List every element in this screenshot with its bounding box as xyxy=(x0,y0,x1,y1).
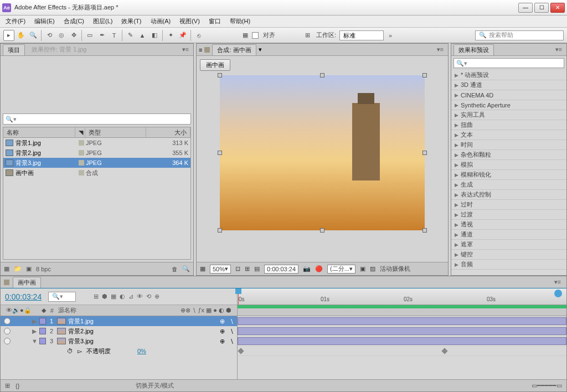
graph-editor-icon[interactable]: ⊿ xyxy=(128,293,133,300)
safe-zones-icon[interactable]: ⊞ xyxy=(245,265,250,272)
hand-tool-icon[interactable]: ✋ xyxy=(16,30,27,41)
resolution-select[interactable]: (二分...▾ xyxy=(327,265,355,274)
anchor-tool-icon[interactable]: ✥ xyxy=(68,30,79,41)
menu-view[interactable]: 视图(V) xyxy=(176,16,203,27)
zoom-select[interactable]: 50% ▾ xyxy=(210,265,231,274)
resolution-icon[interactable]: ⊡ xyxy=(235,265,240,272)
timeline-search-input[interactable]: 🔍▾ xyxy=(48,292,76,302)
effect-category[interactable]: ▶* 动画预设 xyxy=(451,70,566,80)
effect-category[interactable]: ▶遮罩 xyxy=(451,240,566,250)
toggle-switches-icon[interactable]: ⊞ xyxy=(5,382,10,389)
zoom-slider[interactable]: ▭━━━━━▭ xyxy=(532,382,562,389)
effect-category[interactable]: ▶过渡 xyxy=(451,210,566,220)
stopwatch-icon[interactable]: ⏱ xyxy=(67,348,73,354)
pen-tool-icon[interactable]: ✒ xyxy=(96,30,107,41)
opacity-property[interactable]: ⏱ ▻ 不透明度 0% xyxy=(1,346,237,356)
keyframe-icon[interactable] xyxy=(441,348,447,354)
effect-category[interactable]: ▶模拟 xyxy=(451,160,566,170)
maximize-button[interactable]: ☐ xyxy=(534,3,549,13)
bpc-toggle[interactable]: 8 bpc xyxy=(36,266,51,272)
transform-handle[interactable] xyxy=(320,228,324,233)
active-camera-select[interactable]: 活动摄像机 xyxy=(380,265,410,273)
frame-blend-icon[interactable]: ▦ xyxy=(111,293,116,300)
snapshot-icon[interactable]: 📷 xyxy=(303,265,311,272)
menu-effect[interactable]: 效果(T) xyxy=(118,16,145,27)
minimize-button[interactable]: — xyxy=(518,3,533,13)
project-search-input[interactable]: 🔍▾ xyxy=(3,114,191,125)
brainstorm-icon[interactable]: ⟲ xyxy=(146,293,151,300)
project-item[interactable]: 画中画 合成 xyxy=(3,168,190,178)
transform-handle[interactable] xyxy=(218,228,222,233)
shy-icon[interactable]: 👁 xyxy=(137,293,143,300)
effect-category[interactable]: ▶文本 xyxy=(451,130,566,140)
project-item[interactable]: 背景1.jpg JPEG 313 K xyxy=(3,138,190,148)
layer-color-icon[interactable] xyxy=(39,338,46,344)
project-item[interactable]: 背景3.jpg JPEG 364 K xyxy=(3,158,190,168)
timeline-layer[interactable]: ▶ 2 背景2.jpg ⊕ ∖ xyxy=(1,326,237,336)
effect-category[interactable]: ▶杂色和颗粒 xyxy=(451,150,566,160)
work-area-bar[interactable] xyxy=(238,305,566,308)
menu-window[interactable]: 窗口 xyxy=(205,16,224,27)
timeline-layer[interactable]: ▶ 1 背景1.jpg ⊕ ∖ xyxy=(1,316,237,326)
timeline-tracks[interactable]: 0s 01s 02s 03s xyxy=(238,288,566,379)
time-display[interactable]: 0:00:03:24 xyxy=(264,265,298,274)
snap-icon[interactable]: ▦ xyxy=(240,30,251,41)
workspace-select[interactable]: 标准 xyxy=(339,30,384,40)
composition-viewer[interactable] xyxy=(220,75,425,230)
menu-file[interactable]: 文件(F) xyxy=(2,16,29,27)
twirl-icon[interactable]: ▻ xyxy=(78,348,82,355)
keyframe-track[interactable] xyxy=(238,346,566,356)
tab-effect-controls[interactable]: 效果控件: 背景 1.jpg xyxy=(27,44,91,55)
tab-effects-presets[interactable]: 效果和预设 xyxy=(453,44,494,55)
dropdown-icon[interactable]: ▾ xyxy=(259,46,262,53)
text-tool-icon[interactable]: T xyxy=(109,30,120,41)
switch-modes-button[interactable]: 切换开关/模式 xyxy=(136,381,174,390)
comp-nav-button[interactable]: 画中画 xyxy=(200,59,230,71)
col-name[interactable]: 名称 xyxy=(3,127,75,138)
menu-help[interactable]: 帮助(H) xyxy=(226,16,254,27)
effect-category[interactable]: ▶通道 xyxy=(451,230,566,240)
col-size[interactable]: 大小 xyxy=(146,127,190,138)
timeline-layer[interactable]: ▼ 3 背景3.jpg ⊕ ∖ xyxy=(1,336,237,346)
project-item[interactable]: 背景2.jpg JPEG 355 K xyxy=(3,148,190,158)
effect-category[interactable]: ▶扭曲 xyxy=(451,120,566,130)
effect-category[interactable]: ▶Synthetic Aperture xyxy=(451,100,566,110)
search-icon[interactable]: 🔍 xyxy=(182,265,190,272)
effect-category[interactable]: ▶过时 xyxy=(451,200,566,210)
align-checkbox[interactable] xyxy=(252,32,259,39)
panel-menu-icon[interactable]: ▾≡ xyxy=(180,46,191,53)
keyframe-icon[interactable] xyxy=(238,348,244,354)
flowchart-icon[interactable]: ≡ xyxy=(199,47,202,53)
panel-menu-icon[interactable]: ▾≡ xyxy=(552,278,563,286)
opacity-value[interactable]: 0% xyxy=(137,348,146,354)
effect-category[interactable]: ▶生成 xyxy=(451,180,566,190)
layer-track[interactable] xyxy=(238,316,566,326)
puppet-tool-icon[interactable]: 📌 xyxy=(177,30,188,41)
col-source[interactable]: 源名称 xyxy=(56,306,79,314)
brush-tool-icon[interactable]: ✎ xyxy=(125,30,136,41)
tab-timeline[interactable]: 画中画 xyxy=(13,277,41,288)
folder-icon[interactable]: 📁 xyxy=(14,265,22,272)
transform-handle[interactable] xyxy=(218,73,222,78)
menu-edit[interactable]: 编辑(E) xyxy=(31,16,58,27)
effect-category[interactable]: ▶时间 xyxy=(451,140,566,150)
search-comp-icon[interactable]: ⊞ xyxy=(302,30,313,41)
panel-menu-icon[interactable]: ▾≡ xyxy=(435,46,446,53)
axis-tool-icon[interactable]: ⎋ xyxy=(193,30,204,41)
interpret-icon[interactable]: ▦ xyxy=(4,265,9,272)
layer-color-icon[interactable] xyxy=(39,318,46,324)
menu-anim[interactable]: 动画(A) xyxy=(147,16,174,27)
region-icon[interactable]: ▣ xyxy=(360,265,365,272)
effect-category[interactable]: ▶CINEMA 4D xyxy=(451,90,566,100)
visibility-toggle[interactable] xyxy=(4,338,11,344)
channel-icon[interactable]: 🔴 xyxy=(315,265,323,272)
expand-icon[interactable]: ⊕ xyxy=(154,293,159,300)
shape-rect-tool-icon[interactable]: ▭ xyxy=(84,30,95,41)
effect-category[interactable]: ▶透视 xyxy=(451,220,566,230)
camera-tool-icon[interactable]: ◎ xyxy=(56,30,67,41)
effect-category[interactable]: ▶表达式控制 xyxy=(451,190,566,200)
effect-category[interactable]: ▶实用工具 xyxy=(451,110,566,120)
transform-handle[interactable] xyxy=(422,151,427,155)
trash-icon[interactable]: 🗑 xyxy=(172,266,178,272)
rotate-tool-icon[interactable]: ⟲ xyxy=(44,30,55,41)
